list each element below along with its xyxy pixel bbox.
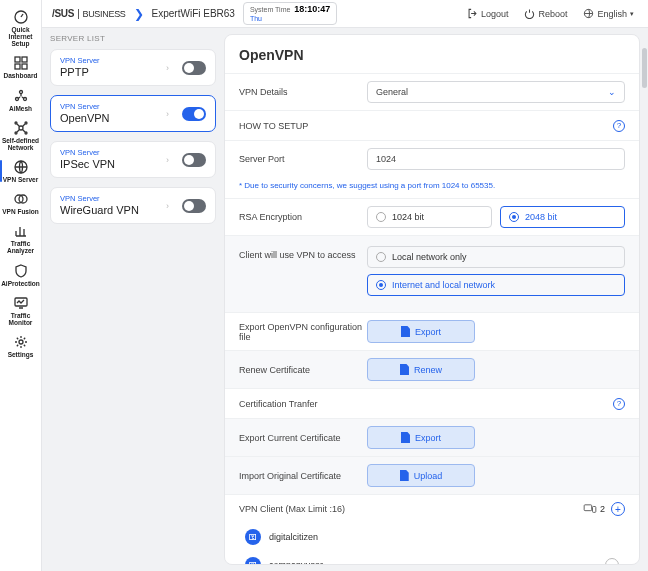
rail-aimesh[interactable]: AiMesh [2, 85, 40, 115]
export-config-button[interactable]: Export [367, 320, 475, 343]
page-title: OpenVPN [225, 35, 639, 73]
network-icon [13, 120, 29, 136]
server-card-openvpn[interactable]: VPN Server OpenVPN › [50, 95, 216, 132]
row-howto: HOW TO SETUP ? [225, 110, 639, 140]
row-renew-cert: Renew Certificate Renew [225, 350, 639, 388]
server-card-pptp[interactable]: VPN Server PPTP › [50, 49, 216, 86]
logout-button[interactable]: Logout [463, 6, 513, 21]
vpn-icon [13, 159, 29, 175]
server-card-wireguard[interactable]: VPN Server WireGuard VPN › [50, 187, 216, 224]
help-icon[interactable]: ? [613, 120, 625, 132]
fusion-icon [13, 191, 29, 207]
svg-point-0 [15, 11, 27, 23]
brand-logo: /SUS|BUSINESS [52, 8, 126, 19]
row-access: Client will use VPN to access Local netw… [225, 235, 639, 312]
toggle-openvpn[interactable] [182, 107, 206, 121]
svg-rect-4 [22, 64, 27, 69]
page-scrollbar[interactable] [642, 48, 647, 565]
chevron-right-icon: ❯ [134, 7, 144, 21]
monitor-icon [13, 295, 29, 311]
devices-icon [583, 504, 597, 514]
user-name: companyuser [269, 560, 323, 565]
chevron-right-icon: › [166, 109, 169, 119]
row-export-config: Export OpenVPN configuration file Export [225, 312, 639, 350]
radio-icon [376, 252, 386, 262]
row-cert-transfer: Certification Tranfer ? [225, 388, 639, 418]
system-time: System Time 18:10:47 Thu [243, 2, 337, 26]
language-select[interactable]: English▾ [579, 6, 638, 21]
reboot-button[interactable]: Reboot [520, 6, 571, 21]
access-local-option[interactable]: Local network only [367, 246, 625, 268]
shield-icon [13, 263, 29, 279]
svg-rect-16 [15, 298, 27, 306]
client-count: 2 [600, 504, 605, 514]
svg-point-8 [19, 126, 23, 130]
mesh-icon [13, 88, 29, 104]
toggle-pptp[interactable] [182, 61, 206, 75]
radio-icon [509, 212, 519, 222]
logout-icon [467, 8, 478, 19]
svg-point-12 [25, 132, 27, 134]
rail-dashboard[interactable]: Dashboard [2, 52, 40, 82]
chevron-down-icon: ▾ [630, 10, 634, 18]
row-vpn-clients: VPN Client (Max Limit :16) 2 + [225, 494, 639, 523]
row-server-port: Server Port [225, 140, 639, 177]
server-list-panel: SERVER LIST VPN Server PPTP › VPN Server… [42, 28, 224, 571]
rsa-1024-option[interactable]: 1024 bit [367, 206, 492, 228]
more-options-button[interactable]: ⋯ [605, 558, 619, 565]
export-cert-button[interactable]: Export [367, 426, 475, 449]
svg-point-5 [19, 90, 22, 93]
rail-sdn[interactable]: Self-definedNetwork [2, 117, 40, 154]
server-card-ipsec[interactable]: VPN Server IPSec VPN › [50, 141, 216, 178]
rail-settings[interactable]: Settings [2, 331, 40, 361]
chevron-right-icon: › [166, 155, 169, 165]
rail-vpn-server[interactable]: VPN Server [2, 156, 40, 186]
file-icon [401, 326, 410, 337]
svg-point-11 [15, 132, 17, 134]
grid-icon [13, 55, 29, 71]
svg-rect-1 [15, 57, 20, 62]
gear-icon [13, 334, 29, 350]
chevron-right-icon: › [166, 201, 169, 211]
file-icon [400, 364, 409, 375]
row-rsa: RSA Encryption 1024 bit 2048 bit [225, 198, 639, 235]
toggle-wireguard[interactable] [182, 199, 206, 213]
rail-traffic-monitor[interactable]: TrafficMonitor [2, 292, 40, 329]
user-row: ⚿ digitalcitizen [225, 523, 639, 551]
key-icon: ⚿ [245, 557, 261, 565]
chart-icon [13, 223, 29, 239]
rail-traffic-analyzer[interactable]: TrafficAnalyzer [2, 220, 40, 257]
svg-rect-3 [15, 64, 20, 69]
radio-icon [376, 280, 386, 290]
vpn-details-select[interactable]: General⌄ [367, 81, 625, 103]
port-hint: * Due to security concerns, we suggest u… [225, 177, 639, 198]
user-row: ⚿ companyuser ⋯ [225, 551, 639, 565]
server-port-input[interactable] [367, 148, 625, 170]
file-icon [400, 470, 409, 481]
gauge-icon [13, 9, 29, 25]
svg-point-10 [25, 122, 27, 124]
key-icon: ⚿ [245, 529, 261, 545]
rail-quick-setup[interactable]: QuickInternetSetup [2, 6, 40, 50]
rail-aiprotection[interactable]: AiProtection [2, 260, 40, 290]
reboot-icon [524, 8, 535, 19]
svg-rect-20 [592, 507, 595, 513]
globe-icon [583, 8, 594, 19]
renew-cert-button[interactable]: Renew [367, 358, 475, 381]
access-internet-option[interactable]: Internet and local network [367, 274, 625, 296]
left-rail: QuickInternetSetup Dashboard AiMesh Self… [0, 0, 42, 571]
rsa-2048-option[interactable]: 2048 bit [500, 206, 625, 228]
add-client-button[interactable]: + [611, 502, 625, 516]
row-vpn-details: VPN Details General⌄ [225, 73, 639, 110]
toggle-ipsec[interactable] [182, 153, 206, 167]
svg-point-17 [19, 340, 23, 344]
chevron-right-icon: › [166, 63, 169, 73]
upload-cert-button[interactable]: Upload [367, 464, 475, 487]
top-bar: /SUS|BUSINESS ❯ ExpertWiFi EBR63 System … [42, 0, 648, 28]
help-icon[interactable]: ? [613, 398, 625, 410]
chevron-down-icon: ⌄ [608, 87, 616, 97]
row-export-cert: Export Current Certificate Export [225, 418, 639, 456]
rail-vpn-fusion[interactable]: VPN Fusion [2, 188, 40, 218]
svg-rect-19 [584, 505, 592, 511]
row-import-cert: Import Original Certificate Upload [225, 456, 639, 494]
